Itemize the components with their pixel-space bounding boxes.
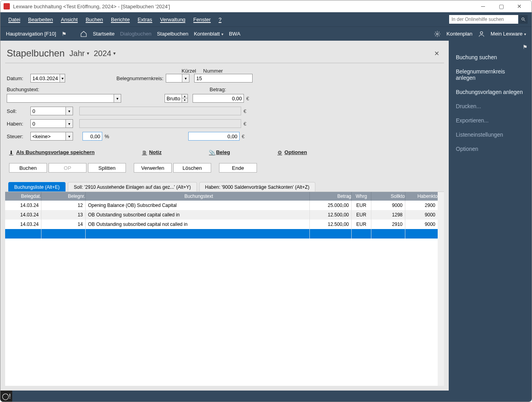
tab-soll[interactable]: Soll: '2910 Ausstehende Einlagen auf das… — [68, 182, 197, 192]
maximize-button[interactable]: ▢ — [492, 0, 510, 12]
haben-dropdown[interactable]: ▾ — [66, 119, 73, 128]
th-belegnr[interactable]: Belegnr. — [41, 192, 86, 201]
help-search-input[interactable] — [449, 15, 518, 24]
user-icon[interactable] — [478, 30, 485, 38]
rp-buchung-suchen[interactable]: Buchung suchen — [449, 50, 532, 64]
vertical-scrollbar[interactable] — [438, 192, 444, 386]
menu-datei[interactable]: Datei — [4, 14, 24, 25]
buchungstext-input[interactable] — [7, 94, 114, 103]
crumb-bwa[interactable]: BWA — [229, 31, 240, 37]
soll-input[interactable]: 0 — [30, 107, 66, 115]
menu-extras[interactable]: Extras — [134, 14, 156, 25]
rp-drucken[interactable]: Drucken... — [449, 99, 532, 113]
th-habenkto[interactable]: Habenkto — [405, 192, 438, 201]
steuer-label: Steuer: — [7, 133, 30, 139]
rp-buchungsvorlagen[interactable]: Buchungsvorlagen anlegen — [449, 85, 532, 99]
chevron-down-icon: ▾ — [221, 32, 223, 36]
gear-icon[interactable] — [434, 30, 441, 38]
table-row[interactable]: 14.03.24 13 OB Outstanding subscribed ca… — [5, 210, 438, 220]
crumb-kontenblatt[interactable]: Kontenblatt▾ — [194, 31, 223, 37]
alert-icon[interactable]: ◯! — [0, 391, 12, 402]
note-icon: 🗎 — [142, 150, 148, 155]
tab-buchungsliste[interactable]: Buchungsliste (Alt+E) — [8, 182, 66, 192]
nummer-header: Nummer — [203, 68, 223, 74]
navbar: Hauptnavigation [F10] ⚑ Startseite Dialo… — [0, 26, 532, 41]
kuerzel-dropdown[interactable]: ▾ — [182, 74, 189, 83]
year-label[interactable]: Jahr ▾ 2024 ▾ — [69, 49, 116, 58]
search-icon — [521, 17, 526, 22]
kontenplan-link[interactable]: Kontenplan — [446, 31, 472, 37]
steuer-pct-input[interactable]: 0,00 — [82, 132, 102, 141]
haben-input[interactable]: 0 — [30, 119, 66, 128]
soll-dropdown[interactable]: ▾ — [66, 107, 73, 115]
menu-buchen[interactable]: Buchen — [82, 14, 107, 25]
table-row[interactable]: 14.03.24 14 OB Outstanding subscribed ca… — [5, 220, 438, 229]
rp-exportieren[interactable]: Exportieren... — [449, 113, 532, 128]
datum-dropdown[interactable]: ▾ — [60, 74, 65, 83]
rp-optionen[interactable]: Optionen — [449, 142, 532, 156]
mein-lexware-link[interactable]: Mein Lexware▾ — [491, 31, 526, 37]
table-row[interactable]: 14.03.24 12 Opening Balance (OB) Subscri… — [5, 201, 438, 210]
notiz-link[interactable]: 🗎 Notiz — [142, 149, 162, 155]
table-body: 14.03.24 12 Opening Balance (OB) Subscri… — [5, 201, 438, 239]
svg-point-0 — [522, 18, 524, 20]
soll-label: Soll: — [7, 108, 30, 114]
ende-button[interactable]: Ende — [219, 163, 257, 173]
steuer-input[interactable]: <keine> — [30, 132, 66, 141]
datum-input[interactable]: 14.03.2024 — [30, 74, 60, 83]
optionen-link[interactable]: ⚙ Optionen — [277, 149, 307, 155]
soll-display — [79, 107, 241, 115]
euro-label: € — [246, 96, 249, 101]
betrag-input[interactable]: 0,00 — [193, 94, 244, 103]
close-button[interactable]: ✕ — [510, 0, 528, 12]
menu-help[interactable]: ? — [215, 14, 225, 25]
brutto-input[interactable]: Brutto — [165, 94, 182, 103]
nummer-input[interactable]: 15 — [194, 74, 253, 83]
th-belegdat[interactable]: Belegdat. — [5, 192, 41, 201]
buchen-button[interactable]: Buchen — [9, 163, 47, 173]
th-betrag[interactable]: Betrag — [310, 192, 352, 201]
window-title: Lexware buchhaltung <Test Eröffnung, 202… — [13, 4, 474, 9]
th-whrg[interactable]: Whrg — [352, 192, 371, 201]
tab-haben[interactable]: Haben: '9000 Saldenvorträge Sachkonten' … — [199, 182, 315, 192]
pin-icon[interactable]: ⚑ — [523, 44, 528, 50]
content-close-button[interactable]: ✕ — [431, 48, 442, 59]
menu-fenster[interactable]: Fenster — [189, 14, 215, 25]
home-icon[interactable] — [80, 30, 87, 38]
calc-input[interactable]: 0,00 — [188, 132, 240, 141]
th-sollkto[interactable]: Sollkto — [371, 192, 405, 201]
beleg-link[interactable]: 📎 Beleg — [209, 149, 230, 155]
table-row-selected[interactable] — [5, 229, 438, 239]
menu-verwaltung[interactable]: Verwaltung — [156, 14, 189, 25]
splitten-button[interactable]: Splitten — [88, 163, 126, 173]
th-buchungstext[interactable]: Buchungstext — [86, 192, 310, 201]
menu-ansicht[interactable]: Ansicht — [57, 14, 82, 25]
belegnrkreis-label: Belegnummernkreis: — [116, 75, 163, 81]
loeschen-button[interactable]: Löschen — [173, 163, 211, 173]
page-title: Stapelbuchen — [7, 48, 65, 59]
svg-point-2 — [436, 33, 438, 35]
crumb-stapelbuchen[interactable]: Stapelbuchen — [157, 31, 189, 37]
rp-listeneinstellungen[interactable]: Listeneinstellungen — [449, 128, 532, 142]
crumb-startseite[interactable]: Startseite — [93, 31, 114, 37]
rp-belegnrkreis[interactable]: Belegnummernkreis anlegen — [449, 64, 532, 85]
chevron-down-icon: ▾ — [524, 32, 526, 36]
verwerfen-button[interactable]: Verwerfen — [134, 163, 172, 173]
minimize-button[interactable]: ─ — [474, 0, 492, 12]
statusbar: ◯! — [0, 391, 532, 402]
pin-icon[interactable]: ⚑ — [62, 31, 67, 37]
svg-line-1 — [524, 20, 525, 21]
help-search-button[interactable] — [519, 15, 528, 24]
menu-berichte[interactable]: Berichte — [107, 14, 134, 25]
chevron-down-icon: ▾ — [87, 51, 89, 56]
hauptnav-label[interactable]: Hauptnavigation [F10] — [6, 31, 56, 37]
steuer-dropdown[interactable]: ▾ — [66, 132, 73, 141]
op-button[interactable]: OP — [49, 163, 86, 173]
menu-bearbeiten[interactable]: Bearbeiten — [24, 14, 57, 25]
kuerzel-input[interactable] — [166, 74, 182, 83]
save-template-link[interactable]: ⬇ Als Buchungsvorlage speichern — [9, 149, 95, 155]
buchungstext-dropdown[interactable]: ▾ — [114, 94, 121, 103]
svg-point-3 — [480, 32, 483, 34]
brutto-spinner[interactable]: ▴▾ — [182, 94, 188, 103]
crumb-dialogbuchen[interactable]: Dialogbuchen — [120, 31, 152, 37]
